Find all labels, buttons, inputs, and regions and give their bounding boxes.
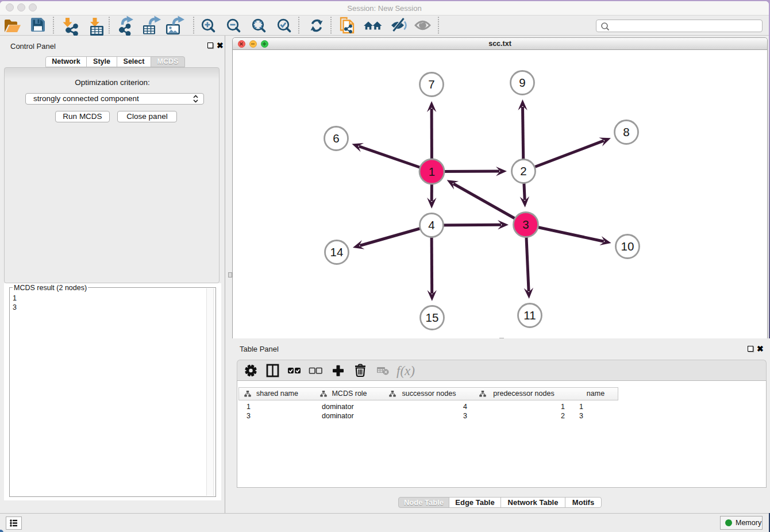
svg-text:3: 3 <box>522 218 529 231</box>
svg-text:9: 9 <box>519 76 525 89</box>
svg-text:14: 14 <box>330 245 344 259</box>
svg-text:1: 1 <box>429 165 435 178</box>
svg-text:2: 2 <box>520 164 526 178</box>
svg-text:7: 7 <box>428 78 434 91</box>
svg-text:4: 4 <box>428 218 434 232</box>
svg-text:11: 11 <box>523 309 536 322</box>
svg-text:15: 15 <box>426 311 439 324</box>
svg-text:f(x): f(x) <box>396 364 415 378</box>
svg-text:10: 10 <box>621 240 634 253</box>
svg-text:8: 8 <box>623 125 629 138</box>
svg-text:6: 6 <box>333 132 339 145</box>
